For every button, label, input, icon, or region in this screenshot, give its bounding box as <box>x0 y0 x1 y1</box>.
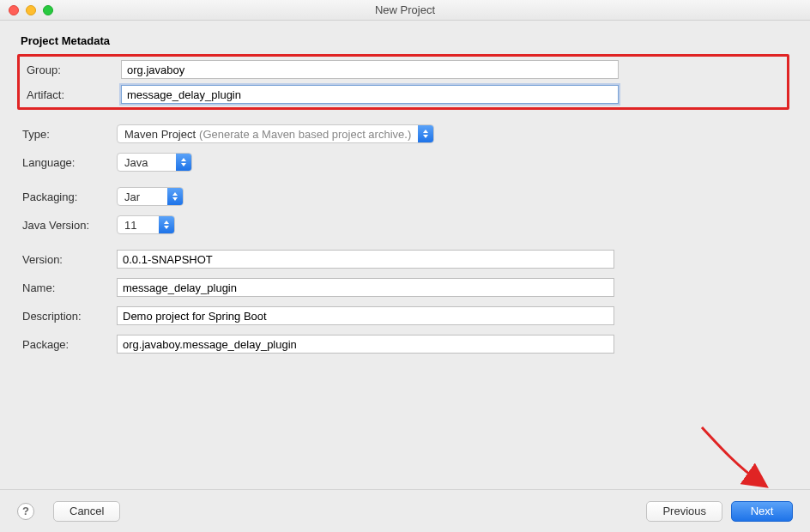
arrow-annotation-icon <box>695 424 772 491</box>
traffic-lights <box>0 5 53 15</box>
package-input[interactable] <box>117 335 614 354</box>
help-button[interactable]: ? <box>17 503 34 520</box>
name-label: Name: <box>21 281 117 294</box>
minimize-window-button[interactable] <box>26 5 36 15</box>
title-bar: New Project <box>0 0 810 21</box>
previous-button[interactable]: Previous <box>646 501 722 522</box>
section-title: Project Metadata <box>21 34 789 47</box>
name-input[interactable] <box>117 278 614 297</box>
packaging-select-value: Jar <box>124 190 140 203</box>
maximize-window-button[interactable] <box>43 5 53 15</box>
java-version-select[interactable]: 11 <box>117 215 175 234</box>
packaging-label: Packaging: <box>21 190 117 203</box>
version-input[interactable] <box>117 250 614 269</box>
window-title: New Project <box>0 3 810 16</box>
description-label: Description: <box>21 310 117 323</box>
java-version-select-value: 11 <box>124 219 136 232</box>
next-button[interactable]: Next <box>731 501 793 522</box>
group-input[interactable] <box>121 60 619 79</box>
highlight-annotation: Group: Artifact: <box>17 54 789 110</box>
artifact-input[interactable] <box>121 85 619 104</box>
cancel-button[interactable]: Cancel <box>53 501 120 522</box>
type-select[interactable]: Maven Project (Generate a Maven based pr… <box>117 124 434 143</box>
type-select-hint: (Generate a Maven based project archive.… <box>199 128 411 141</box>
package-label: Package: <box>21 338 117 351</box>
close-window-button[interactable] <box>9 5 19 15</box>
artifact-label: Artifact: <box>25 88 121 101</box>
content-area: Project Metadata Group: Artifact: Type: … <box>0 21 810 414</box>
group-label: Group: <box>25 63 121 76</box>
type-label: Type: <box>21 128 117 141</box>
updown-arrows-icon <box>167 188 183 205</box>
language-select[interactable]: Java <box>117 153 192 172</box>
description-input[interactable] <box>117 306 614 325</box>
type-select-value: Maven Project <box>124 128 196 141</box>
java-version-label: Java Version: <box>21 219 117 232</box>
dialog-footer: ? Cancel Previous Next <box>0 489 810 532</box>
language-label: Language: <box>21 156 117 169</box>
updown-arrows-icon <box>176 154 191 171</box>
packaging-select[interactable]: Jar <box>117 187 184 206</box>
version-label: Version: <box>21 253 117 266</box>
updown-arrows-icon <box>418 125 433 142</box>
language-select-value: Java <box>124 156 148 169</box>
updown-arrows-icon <box>159 216 174 233</box>
help-icon: ? <box>22 505 29 517</box>
